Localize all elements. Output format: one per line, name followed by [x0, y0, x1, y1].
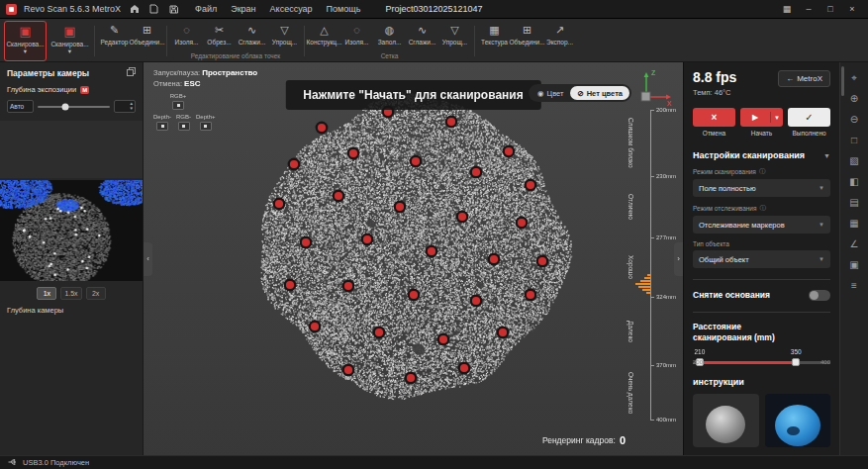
action-cancel: ×Отмена [693, 108, 735, 137]
start-scan-banner: Нажмите "Начать" для сканирования [285, 80, 540, 110]
settings-icon[interactable]: ≡ [846, 278, 863, 293]
toolbar-button-simplify[interactable]: ▽Упрощ... [268, 21, 301, 51]
slider-active-range [700, 361, 796, 364]
chevron-down-icon[interactable]: ▼ [771, 115, 783, 121]
ruler-tick-label: 230mm [656, 173, 676, 179]
color-toggle-option-1[interactable]: ⊘Нет цвета [570, 86, 629, 100]
toolbar-button-smooth[interactable]: ∿Сглажи... [236, 21, 268, 51]
field-select-0[interactable]: Поле полностью▼ [693, 179, 830, 197]
home-icon[interactable] [128, 3, 141, 16]
layout-icon[interactable]: ▦ [777, 2, 797, 17]
chevron-down-icon[interactable]: ▼ [823, 152, 830, 159]
panel-scrollbar[interactable] [841, 66, 844, 96]
snapshot-icon[interactable]: ▣ [846, 257, 863, 272]
new-file-icon[interactable] [147, 3, 160, 16]
channel-option-button[interactable] [178, 122, 190, 131]
axis-z-label: Z [651, 69, 656, 76]
base-removal-toggle[interactable] [809, 290, 830, 301]
layers-icon[interactable]: ▤ [846, 195, 863, 210]
toolbar-button-export[interactable]: ↗Экспор... [543, 21, 576, 51]
point-cloud-canvas[interactable] [144, 62, 683, 455]
instruction-image-gray-sphere[interactable] [693, 394, 759, 447]
exposure-mode-box[interactable]: Авто [7, 100, 34, 113]
toolbar-button-merge[interactable]: ⊞Объедини... [511, 21, 543, 51]
info-icon[interactable]: ⓘ [760, 204, 767, 213]
menu-item-2[interactable]: Аксессуар [270, 4, 313, 14]
smooth-icon: ∿ [418, 24, 427, 37]
chevron-down-icon: ▼ [819, 185, 824, 191]
cursor-icon[interactable]: ⌖ [846, 70, 863, 85]
scan-mode-button-0[interactable]: ▣Сканирова...▾ [4, 21, 47, 61]
field-0: Режим сканированияⓘПоле полностью▼ [693, 167, 830, 197]
scan-viewport[interactable]: Запуск/пауза: Пространство Отмена: ESC R… [144, 62, 683, 455]
channel-option-button[interactable] [156, 122, 168, 131]
panel-detach-icon[interactable] [127, 67, 136, 78]
cube-view-icon[interactable]: ▧ [846, 153, 863, 168]
toolbar-button-editor[interactable]: ✎Редактор [98, 21, 131, 51]
fit-view-icon[interactable]: □ [846, 133, 863, 147]
menu-item-1[interactable]: Экран [231, 4, 255, 14]
close-button[interactable]: × [842, 2, 862, 17]
toolbar-group-row: ✎Редактор⊞Объедини... [98, 21, 163, 51]
histogram-bar [635, 283, 650, 285]
toolbar-groups: ✎Редактор⊞Объедини...◌Изоля...✂Обрез...∿… [91, 21, 576, 61]
toolbar-button-simplify[interactable]: ▽Упрощ... [438, 21, 471, 51]
toolbar-button-isolate[interactable]: ◌Изоля... [170, 21, 203, 51]
channel-option-button[interactable] [200, 122, 212, 131]
toolbar-button-texture[interactable]: ▦Текстура [478, 21, 511, 51]
scan-settings-panel: 8.8 fps Темп: 46°C ← MetroX ×Отмена▶▼Нач… [683, 62, 839, 455]
minimize-button[interactable]: – [799, 2, 819, 17]
toolbar-button-fill[interactable]: ◍Запол... [373, 21, 406, 51]
field-select-2[interactable]: Общий объект▼ [693, 250, 830, 268]
toolbar-button-crop[interactable]: ✂Обрез... [203, 21, 236, 51]
settings-section-title: Настройки сканирования [693, 150, 805, 160]
hotkey-value: ESC [184, 79, 200, 88]
exposure-slider[interactable] [38, 106, 110, 108]
cancel-button[interactable]: × [693, 108, 735, 127]
maximize-button[interactable]: □ [820, 2, 840, 17]
collapse-left-panel-handle[interactable]: ‹ [144, 242, 152, 276]
field-label-row: Тип объекта [693, 240, 830, 247]
device-button[interactable]: ← MetroX [778, 70, 830, 87]
menu-item-0[interactable]: Файл [195, 4, 217, 14]
manual-badge[interactable]: M [80, 86, 89, 94]
scan-action-buttons: ×Отмена▶▼Начать✓Выполнено [693, 108, 830, 137]
info-icon[interactable]: ⓘ [759, 167, 766, 176]
titlebar: Revo Scan 5.6.3 MetroX ФайлЭкранАксессуа… [0, 0, 868, 19]
exposure-stepper[interactable]: ▲▼ [114, 100, 136, 113]
check-button[interactable]: ✓ [788, 108, 830, 127]
zoom-out-icon[interactable]: ⊖ [846, 112, 863, 127]
instruction-image-blue-sphere[interactable] [765, 394, 831, 447]
toolbar-button-isolate[interactable]: ◌Изоля... [340, 21, 373, 51]
color-toggle-option-0[interactable]: ◉Цвет [530, 86, 570, 100]
play-button[interactable]: ▶▼ [740, 108, 783, 127]
toolbar-button-merge[interactable]: ⊞Объедини... [131, 21, 163, 51]
menu-item-3[interactable]: Помощь [327, 4, 361, 14]
zoom-button-1.5x[interactable]: 1.5x [60, 287, 81, 300]
zoom-button-1x[interactable]: 1x [37, 287, 56, 300]
smooth-icon: ∿ [247, 24, 256, 37]
toolbar-button-smooth[interactable]: ∿Сглажи... [406, 21, 438, 51]
scan-buttons: ▣Сканирова...▾▣Сканирова...▾ [4, 21, 91, 61]
section-icon[interactable]: ◧ [846, 174, 863, 189]
collapse-right-panel-handle[interactable]: › [674, 242, 683, 276]
scan-mode-button-1[interactable]: ▣Сканирова...▾ [48, 21, 91, 61]
zoom-in-icon[interactable]: ⊕ [846, 91, 863, 106]
stepper-arrows-icon[interactable]: ▲▼ [130, 102, 135, 111]
split-button: ▶▼ [740, 108, 783, 127]
channel-rgb-plus-button[interactable] [172, 101, 184, 110]
scan-distance-slider[interactable]: 210 350 200 400 [693, 348, 830, 366]
exposure-slider-thumb[interactable] [61, 103, 68, 110]
channel-option-1: RGB- [176, 114, 191, 131]
measure-icon[interactable]: ∠ [846, 236, 863, 251]
toolbar-button-construct[interactable]: △Конструкц... [308, 21, 340, 51]
grid-icon[interactable]: ▦ [846, 216, 863, 231]
export-icon: ↗ [555, 24, 564, 37]
axes-gizmo[interactable]: Z X [637, 66, 675, 106]
color-toggle-label: Цвет [547, 89, 564, 98]
save-icon[interactable] [167, 3, 180, 16]
slider-handle-high[interactable] [792, 358, 800, 366]
zoom-button-2x[interactable]: 2x [86, 287, 106, 300]
depth-camera-label: Глубина камеры [0, 302, 143, 319]
field-select-1[interactable]: Отслеживание маркеров▼ [693, 216, 830, 234]
